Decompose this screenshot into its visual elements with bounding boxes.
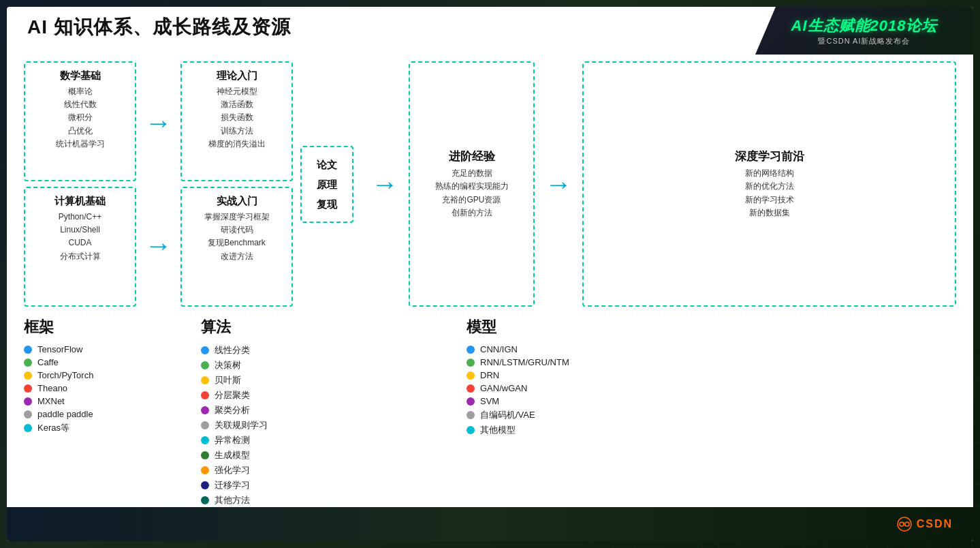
legend-dot	[201, 421, 209, 429]
model-legend-items: CNN/IGNRNN/LSTM/GRU/NTMDRNGAN/wGANSVM自编码…	[467, 344, 956, 436]
paper-box: 论文 原理 复现	[300, 146, 353, 223]
practice-title: 实战入门	[191, 195, 282, 208]
paper-wrapper: 论文 原理 复现	[293, 61, 361, 307]
computer-title: 计算机基础	[35, 195, 125, 208]
legend-label: SVM	[480, 396, 499, 406]
legend-label: 生成模型	[215, 449, 250, 461]
list-item: 贝叶斯	[201, 374, 446, 386]
legend-dot	[24, 424, 32, 432]
box-item: 分布式计算	[35, 250, 125, 263]
list-item: CNN/IGN	[467, 344, 956, 354]
mid-column: 理论入门 神经元模型激活函数损失函数训练方法梯度的消失溢出 实战入门 掌握深度学…	[180, 61, 293, 307]
legend-label: 其他方法	[215, 494, 250, 506]
legend-label: 线性分类	[215, 344, 250, 356]
paper-line3: 复现	[317, 195, 337, 213]
box-item: 训练方法	[191, 125, 282, 138]
bottom-strip: CSDN	[7, 507, 973, 541]
box-item: Python/C++	[35, 211, 125, 224]
legend-label: Keras等	[37, 422, 69, 434]
math-title: 数学基础	[35, 70, 125, 82]
box-item: 概率论	[35, 85, 125, 98]
box-item: 微积分	[35, 111, 125, 124]
box-item: 创新的方法	[421, 207, 522, 219]
legend-dot	[201, 406, 209, 414]
csdn-logo: CSDN	[896, 516, 953, 532]
list-item: 强化学习	[201, 464, 446, 476]
legend-dot	[467, 346, 475, 354]
box-item: 改进方法	[191, 250, 282, 263]
algorithm-title: 算法	[201, 317, 446, 337]
box-item: 研读代码	[191, 224, 282, 237]
list-item: paddle paddle	[24, 409, 187, 419]
list-item: Caffe	[24, 357, 187, 367]
arrow-computer: →	[135, 232, 183, 259]
legend-label: 其他模型	[480, 424, 516, 436]
content-area: 数学基础 概率论线性代数微积分凸优化统计机器学习 计算机基础 Python/C+…	[7, 51, 973, 507]
logo-main-text: AI生态赋能2018论坛	[791, 16, 938, 36]
computer-box: 计算机基础 Python/C++Linux/ShellCUDA分布式计算	[24, 187, 136, 307]
list-item: GAN/wGAN	[467, 383, 956, 393]
deep-items: 新的网络结构新的优化方法新的学习技术新的数据集	[595, 167, 944, 219]
legend-label: Torch/PyTorch	[37, 370, 93, 380]
list-item: Keras等	[24, 422, 187, 434]
paper-line1: 论文	[317, 155, 337, 174]
legend-label: 关联规则学习	[215, 419, 268, 431]
list-item: 异常检测	[201, 434, 446, 446]
svg-point-1	[900, 522, 904, 526]
list-item: 关联规则学习	[201, 419, 446, 431]
algorithm-legend: 算法 线性分类决策树贝叶斯分层聚类聚类分析关联规则学习异常检测生成模型强化学习迁…	[187, 317, 446, 506]
legend-dot	[201, 466, 209, 474]
legend-label: paddle paddle	[37, 409, 93, 419]
box-item: 线性代数	[35, 98, 125, 111]
box-item: Linux/Shell	[35, 224, 125, 237]
legend-label: Caffe	[37, 357, 59, 367]
legend-dot	[467, 384, 475, 393]
model-title: 模型	[467, 317, 956, 337]
list-item: 分层聚类	[201, 389, 446, 401]
legend-dot	[24, 371, 32, 380]
list-item: 自编码机/VAE	[467, 409, 956, 421]
csdn-icon	[896, 516, 913, 532]
legend-dot	[467, 397, 475, 406]
legend-dot	[201, 361, 209, 369]
list-item: Torch/PyTorch	[24, 370, 187, 380]
advanced-title: 进阶经验	[421, 149, 522, 164]
list-item: 决策树	[201, 359, 446, 371]
legend-label: 强化学习	[215, 464, 250, 476]
algorithm-legend-items: 线性分类决策树贝叶斯分层聚类聚类分析关联规则学习异常检测生成模型强化学习迁移学习…	[201, 344, 446, 506]
practice-items: 掌握深度学习框架研读代码复现Benchmark改进方法	[191, 211, 282, 263]
box-item: 损失函数	[191, 111, 282, 124]
page-title: AI 知识体系、成长路线及资源	[27, 14, 291, 40]
box-item: 充足的数据	[421, 167, 522, 180]
list-item: RNN/LSTM/GRU/NTM	[467, 357, 956, 367]
framework-title: 框架	[24, 317, 187, 337]
theory-items: 神经元模型激活函数损失函数训练方法梯度的消失溢出	[191, 85, 282, 151]
box-item: 梯度的消失溢出	[191, 138, 282, 151]
legend-dot	[24, 384, 32, 393]
legend-label: DRN	[480, 370, 499, 380]
legend-dot	[24, 410, 32, 418]
model-legend: 模型 CNN/IGNRNN/LSTM/GRU/NTMDRNGAN/wGANSVM…	[446, 317, 956, 506]
legend-label: TensorFlow	[37, 344, 82, 354]
legend-dot	[24, 359, 32, 367]
computer-items: Python/C++Linux/ShellCUDA分布式计算	[35, 211, 125, 263]
arrow-to-deep: →	[535, 61, 582, 307]
left-arrows: → →	[136, 61, 180, 307]
list-item: 其他模型	[467, 424, 956, 436]
list-item: MXNet	[24, 396, 187, 406]
paper-line2: 原理	[317, 175, 337, 194]
deep-title: 深度学习前沿	[595, 149, 944, 164]
theory-box: 理论入门 神经元模型激活函数损失函数训练方法梯度的消失溢出	[180, 61, 293, 181]
box-item: CUDA	[35, 237, 125, 249]
flow-inner: 数学基础 概率论线性代数微积分凸优化统计机器学习 计算机基础 Python/C+…	[24, 61, 956, 307]
legend-label: Theano	[37, 383, 67, 393]
list-item: 线性分类	[201, 344, 446, 356]
list-item: Theano	[24, 383, 187, 393]
legend-dot	[201, 376, 209, 384]
theory-title: 理论入门	[191, 70, 282, 82]
logo-sub-text: 暨CSDN AI新战略发布会	[818, 36, 910, 46]
math-items: 概率论线性代数微积分凸优化统计机器学习	[35, 85, 125, 151]
legend-dot	[467, 359, 475, 367]
legend-label: 聚类分析	[215, 404, 250, 416]
legend-dot	[201, 391, 209, 399]
